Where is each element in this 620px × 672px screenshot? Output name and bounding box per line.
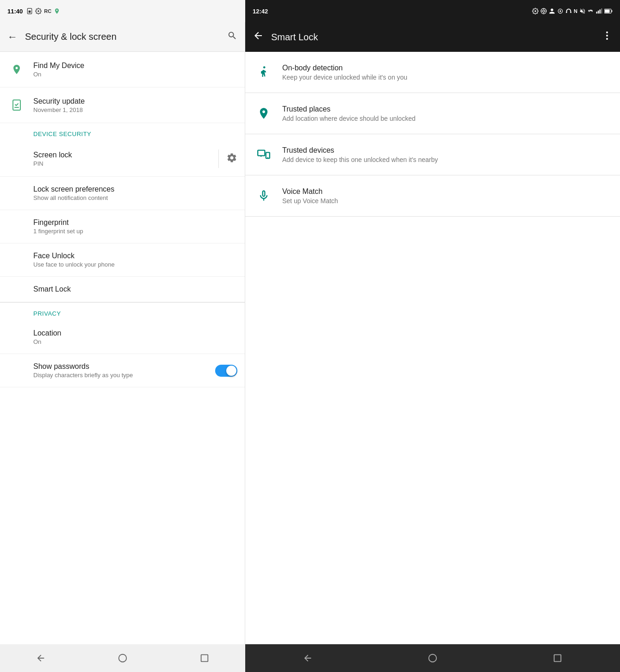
left-panel: ← Security & lock screen Find My Device … [0, 22, 245, 644]
on-body-detection-subtitle: Keep your device unlocked while it's on … [282, 74, 613, 81]
trusted-places-title: Trusted places [282, 105, 613, 113]
on-body-detection-item[interactable]: On-body detection Keep your device unloc… [245, 52, 620, 93]
voice-match-subtitle: Set up Voice Match [282, 197, 613, 205]
trusted-places-icon [253, 102, 275, 124]
svg-point-25 [606, 38, 608, 40]
face-unlock-item[interactable]: Face Unlock Use face to unlock your phon… [0, 243, 245, 277]
gear-icon-status-r [532, 8, 539, 14]
right-back-nav-button[interactable] [301, 651, 315, 665]
right-nav-bar [245, 644, 620, 672]
more-options-icon[interactable] [601, 30, 613, 44]
right-time: 12:42 [253, 8, 268, 15]
show-passwords-text: Show passwords Display characters briefl… [7, 362, 211, 379]
lock-screen-preferences-item[interactable]: Lock screen preferences Show all notific… [0, 177, 245, 210]
trusted-devices-item[interactable]: Trusted devices Add device to keep this … [245, 134, 620, 175]
left-status-icons: RC [26, 8, 60, 14]
mute-icon-status [579, 8, 586, 14]
show-passwords-item[interactable]: Show passwords Display characters briefl… [0, 354, 245, 387]
toggle-thumb [226, 366, 236, 376]
lock-screen-preferences-text: Lock screen preferences Show all notific… [7, 185, 237, 201]
security-update-icon [7, 96, 26, 114]
svg-rect-15 [598, 11, 599, 13]
screen-lock-text: Screen lock PIN [7, 151, 211, 167]
trusted-devices-title: Trusted devices [282, 146, 613, 155]
screen-lock-title: Screen lock [33, 151, 211, 159]
fingerprint-text: Fingerprint 1 fingerprint set up [7, 218, 237, 235]
location-subtitle: On [33, 338, 237, 345]
left-status-bar: 11:40 RC [0, 0, 245, 22]
left-settings-list: Find My Device On Security update Novemb… [0, 52, 245, 644]
trusted-devices-subtitle: Add device to keep this one unlocked whe… [282, 156, 613, 163]
find-my-device-title: Find My Device [33, 62, 237, 70]
search-icon[interactable] [227, 31, 237, 44]
svg-point-2 [38, 10, 40, 12]
voice-match-item[interactable]: Voice Match Set up Voice Match [245, 175, 620, 217]
right-home-nav-button[interactable] [426, 651, 440, 665]
location-item[interactable]: Location On [0, 321, 245, 354]
security-update-item[interactable]: Security update November 1, 2018 [0, 87, 245, 123]
fingerprint-item[interactable]: Fingerprint 1 fingerprint set up [0, 210, 245, 243]
on-body-detection-icon [253, 61, 275, 83]
screen-lock-gear-icon[interactable] [226, 152, 237, 165]
svg-rect-34 [554, 655, 561, 662]
voice-match-title: Voice Match [282, 187, 613, 196]
svg-point-5 [543, 10, 545, 12]
fingerprint-subtitle: 1 fingerprint set up [33, 228, 237, 235]
left-home-nav-button[interactable] [116, 651, 130, 665]
left-recents-nav-button[interactable] [198, 651, 211, 665]
trusted-places-subtitle: Add location where device should be unlo… [282, 115, 613, 122]
security-update-text: Security update November 1, 2018 [33, 97, 237, 113]
device-security-header: DEVICE SECURITY [0, 123, 245, 141]
svg-point-26 [263, 66, 266, 68]
target-icon-status [540, 8, 547, 14]
left-back-nav-button[interactable] [34, 651, 48, 665]
left-nav-bar [0, 644, 245, 672]
svg-rect-1 [29, 11, 31, 13]
show-passwords-toggle[interactable] [215, 365, 237, 377]
voice-match-text: Voice Match Set up Voice Match [282, 187, 613, 205]
svg-rect-16 [600, 10, 601, 14]
svg-rect-19 [605, 10, 610, 13]
battery-icon-status [604, 8, 613, 14]
trusted-places-item[interactable]: Trusted places Add location where device… [245, 93, 620, 134]
svg-rect-32 [201, 655, 208, 662]
lock-screen-preferences-title: Lock screen preferences [33, 185, 237, 193]
headphones-icon [565, 8, 572, 14]
svg-rect-20 [612, 10, 613, 12]
settings-icon-status [35, 8, 42, 14]
find-my-device-text: Find My Device On [33, 62, 237, 78]
face-unlock-text: Face Unlock Use face to unlock your phon… [7, 252, 237, 268]
privacy-header: PRIVACY [0, 303, 245, 321]
left-time: 11:40 [7, 8, 23, 15]
location-title: Location [33, 329, 237, 337]
svg-rect-13 [570, 12, 571, 13]
on-body-detection-title: On-body detection [282, 64, 613, 72]
right-panel-header: Smart Lock [245, 22, 620, 52]
person-icon-status [549, 8, 555, 14]
smart-lock-item[interactable]: Smart Lock [0, 277, 245, 302]
right-recents-nav-button[interactable] [551, 651, 564, 665]
on-body-detection-text: On-body detection Keep your device unloc… [282, 64, 613, 81]
find-my-device-item[interactable]: Find My Device On [0, 52, 245, 87]
smart-lock-text: Smart Lock [7, 285, 237, 293]
left-panel-title: Security & lock screen [25, 31, 227, 42]
trusted-places-text: Trusted places Add location where device… [282, 105, 613, 122]
right-panel-title: Smart Lock [271, 32, 601, 43]
radio-icon-status [557, 8, 564, 14]
svg-rect-14 [596, 12, 597, 13]
find-my-device-subtitle: On [33, 71, 237, 78]
svg-point-24 [606, 35, 608, 37]
svg-point-23 [606, 31, 608, 33]
svg-point-31 [119, 654, 127, 662]
face-unlock-subtitle: Use face to unlock your phone [33, 261, 237, 268]
n-badge-status: N [574, 8, 577, 14]
sim-card-icon [26, 8, 33, 14]
wifi-icon-status [588, 8, 594, 14]
left-back-button[interactable]: ← [7, 31, 18, 43]
right-back-button[interactable] [253, 30, 264, 44]
svg-point-3 [534, 10, 536, 12]
toggle-track [215, 365, 237, 377]
right-status-icons: N [532, 8, 613, 14]
trusted-devices-text: Trusted devices Add device to keep this … [282, 146, 613, 163]
screen-lock-item[interactable]: Screen lock PIN [0, 141, 245, 177]
